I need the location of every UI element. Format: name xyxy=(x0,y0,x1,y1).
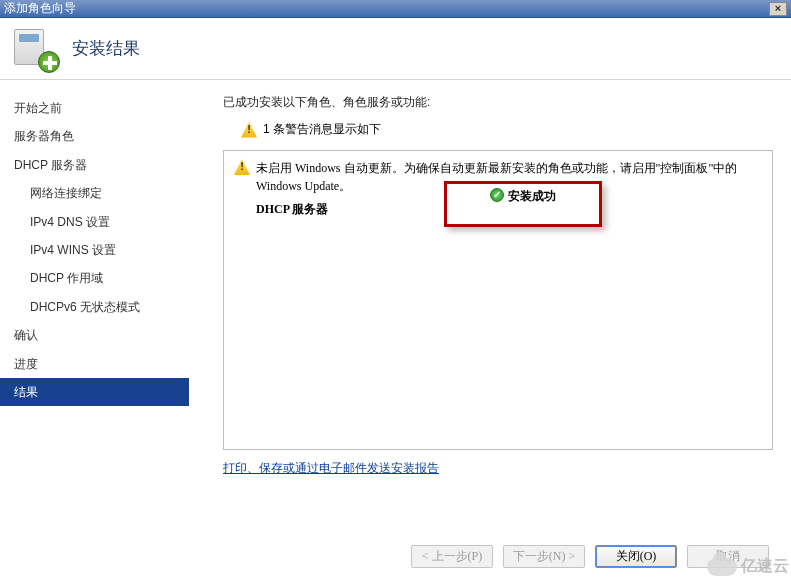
sidebar-item-label: 开始之前 xyxy=(14,101,62,115)
sidebar-item-dhcp-scope[interactable]: DHCP 作用域 xyxy=(0,264,189,292)
sidebar-item-progress[interactable]: 进度 xyxy=(0,350,189,378)
role-name: DHCP 服务器 xyxy=(234,201,328,218)
sidebar-item-label: DHCPv6 无状态模式 xyxy=(30,300,140,314)
results-panel: 未启用 Windows 自动更新。为确保自动更新最新安装的角色或功能，请启用"控… xyxy=(223,150,773,450)
sidebar-item-label: 网络连接绑定 xyxy=(30,186,102,200)
sidebar-item-dhcpv6-stateless[interactable]: DHCPv6 无状态模式 xyxy=(0,293,189,321)
install-status-text: 安装成功 xyxy=(508,188,556,205)
install-status-highlight: 安装成功 xyxy=(444,181,602,227)
sidebar-item-label: DHCP 作用域 xyxy=(30,271,103,285)
sidebar-item-dhcp-server[interactable]: DHCP 服务器 xyxy=(0,151,189,179)
sidebar-item-ipv4-wins[interactable]: IPv4 WINS 设置 xyxy=(0,236,189,264)
sidebar-item-before-begin[interactable]: 开始之前 xyxy=(0,94,189,122)
back-button: < 上一步(P) xyxy=(411,545,493,568)
report-link[interactable]: 打印、保存或通过电子邮件发送安装报告 xyxy=(223,460,439,477)
wizard-header: 安装结果 xyxy=(0,18,791,80)
warning-summary-text: 1 条警告消息显示如下 xyxy=(263,121,381,138)
sidebar-item-server-roles[interactable]: 服务器角色 xyxy=(0,122,189,150)
warning-summary: 1 条警告消息显示如下 xyxy=(241,121,773,138)
page-title: 安装结果 xyxy=(72,37,140,60)
sidebar-item-label: IPv4 WINS 设置 xyxy=(30,243,116,257)
titlebar: 添加角色向导 × xyxy=(0,0,791,18)
sidebar-item-label: 结果 xyxy=(14,385,38,399)
success-icon xyxy=(490,188,504,202)
next-button: 下一步(N) > xyxy=(503,545,585,568)
sidebar-item-label: 进度 xyxy=(14,357,38,371)
sidebar-item-confirm[interactable]: 确认 xyxy=(0,321,189,349)
content-pane: 已成功安装以下角色、角色服务或功能: 1 条警告消息显示如下 未启用 Windo… xyxy=(189,80,791,533)
cancel-button: 取消 xyxy=(687,545,769,568)
sidebar-item-results[interactable]: 结果 xyxy=(0,378,189,406)
warning-icon xyxy=(234,159,250,175)
intro-text: 已成功安装以下角色、角色服务或功能: xyxy=(223,94,773,111)
wizard-footer: < 上一步(P) 下一步(N) > 关闭(O) 取消 xyxy=(0,533,791,579)
wizard-steps-sidebar: 开始之前 服务器角色 DHCP 服务器 网络连接绑定 IPv4 DNS 设置 I… xyxy=(0,80,189,533)
sidebar-item-network-binding[interactable]: 网络连接绑定 xyxy=(0,179,189,207)
sidebar-item-label: IPv4 DNS 设置 xyxy=(30,215,110,229)
sidebar-item-label: 服务器角色 xyxy=(14,129,74,143)
warning-icon xyxy=(241,122,257,138)
sidebar-item-label: DHCP 服务器 xyxy=(14,158,87,172)
server-role-icon xyxy=(14,27,58,71)
sidebar-item-label: 确认 xyxy=(14,328,38,342)
sidebar-item-ipv4-dns[interactable]: IPv4 DNS 设置 xyxy=(0,208,189,236)
close-button[interactable]: 关闭(O) xyxy=(595,545,677,568)
close-icon[interactable]: × xyxy=(769,2,787,16)
window-title: 添加角色向导 xyxy=(4,0,76,17)
